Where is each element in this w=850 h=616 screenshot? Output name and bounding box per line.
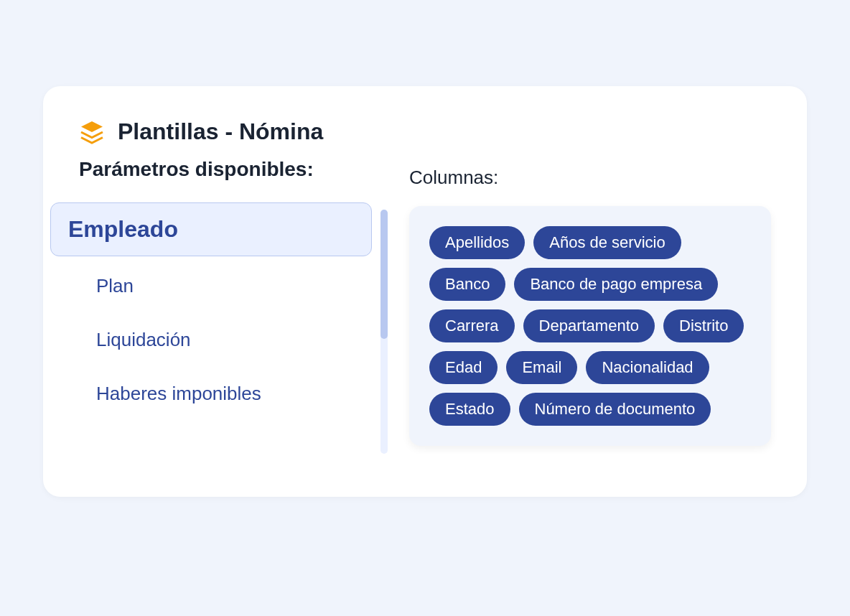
- chip-banco[interactable]: Banco: [429, 268, 505, 301]
- content-row: Empleado Plan Liquidación Haberes imponi…: [79, 202, 771, 454]
- columns-label: Columnas:: [409, 167, 771, 189]
- card-header: Plantillas - Nómina: [79, 118, 771, 145]
- card-title: Plantillas - Nómina: [118, 118, 323, 145]
- chip-edad[interactable]: Edad: [429, 351, 498, 384]
- chip-departamento[interactable]: Departamento: [523, 309, 655, 342]
- chip-anos-servicio[interactable]: Años de servicio: [533, 226, 681, 259]
- app-background: Plantillas - Nómina Parámetros disponibl…: [0, 0, 850, 616]
- scrollbar-track[interactable]: [380, 210, 388, 454]
- layers-icon: [79, 119, 105, 145]
- param-item-plan[interactable]: Plan: [79, 262, 372, 310]
- templates-card: Plantillas - Nómina Parámetros disponibl…: [43, 86, 807, 497]
- chip-carrera[interactable]: Carrera: [429, 309, 515, 342]
- chip-row: Apellidos Años de servicio Banco Banco d…: [429, 226, 751, 426]
- columns-box: Apellidos Años de servicio Banco Banco d…: [409, 206, 771, 446]
- chip-apellidos[interactable]: Apellidos: [429, 226, 525, 259]
- param-item-empleado[interactable]: Empleado: [50, 202, 372, 256]
- params-list: Empleado Plan Liquidación Haberes imponi…: [79, 202, 372, 454]
- chip-banco-pago-empresa[interactable]: Banco de pago empresa: [514, 268, 718, 301]
- chip-nacionalidad[interactable]: Nacionalidad: [586, 351, 709, 384]
- chip-distrito[interactable]: Distrito: [663, 309, 744, 342]
- params-panel: Empleado Plan Liquidación Haberes imponi…: [79, 202, 388, 454]
- chip-estado[interactable]: Estado: [429, 393, 510, 426]
- param-item-liquidacion[interactable]: Liquidación: [79, 316, 372, 364]
- chip-email[interactable]: Email: [506, 351, 577, 384]
- chip-numero-documento[interactable]: Número de documento: [519, 393, 711, 426]
- columns-panel: Columnas: Apellidos Años de servicio Ban…: [409, 167, 771, 446]
- param-item-haberes[interactable]: Haberes imponibles: [79, 370, 372, 418]
- scrollbar-thumb[interactable]: [380, 210, 388, 339]
